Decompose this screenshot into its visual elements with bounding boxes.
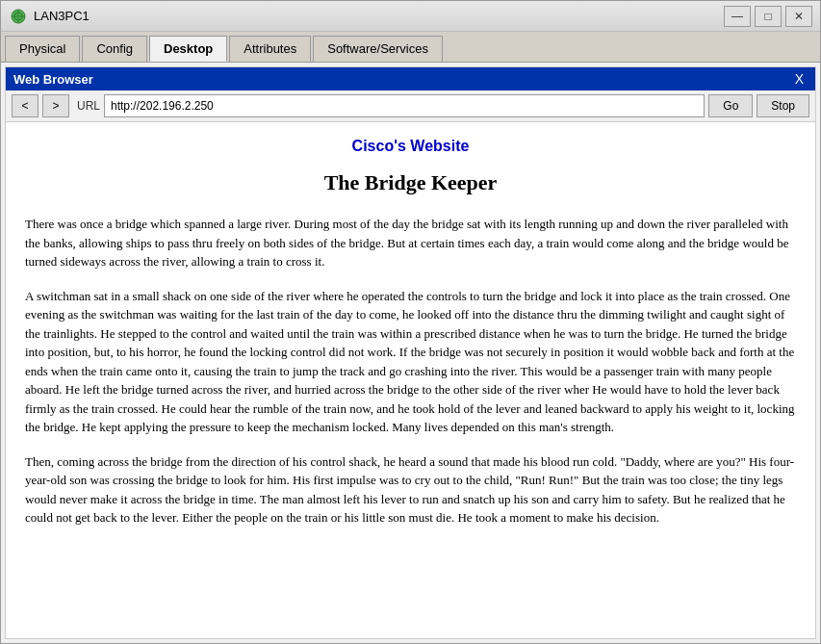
tab-software-services[interactable]: Software/Services bbox=[313, 36, 443, 62]
browser-close-button[interactable]: X bbox=[791, 71, 808, 87]
browser-content[interactable]: Cisco's Website The Bridge Keeper There … bbox=[6, 122, 815, 638]
minimize-button[interactable]: — bbox=[724, 6, 751, 27]
window-title: LAN3PC1 bbox=[34, 9, 724, 23]
paragraph-2: A switchman sat in a small shack on one … bbox=[25, 287, 796, 437]
forward-button[interactable]: > bbox=[42, 94, 69, 117]
url-label: URL bbox=[77, 99, 100, 113]
go-button[interactable]: Go bbox=[708, 94, 753, 117]
tabs-bar: Physical Config Desktop Attributes Softw… bbox=[1, 32, 820, 63]
window-icon bbox=[9, 7, 28, 26]
browser-toolbar: < > URL Go Stop bbox=[6, 90, 815, 122]
tab-attributes[interactable]: Attributes bbox=[229, 36, 311, 62]
browser-title-bar: Web Browser X bbox=[6, 67, 815, 90]
main-window: LAN3PC1 — □ ✕ Physical Config Desktop At… bbox=[0, 0, 821, 644]
page-heading: The Bridge Keeper bbox=[25, 170, 796, 195]
close-button[interactable]: ✕ bbox=[785, 6, 812, 27]
title-bar: LAN3PC1 — □ ✕ bbox=[1, 1, 820, 32]
tab-config[interactable]: Config bbox=[82, 36, 147, 62]
browser-container: Web Browser X < > URL Go Stop Cisco's We… bbox=[5, 66, 816, 639]
page-link[interactable]: Cisco's Website bbox=[25, 138, 796, 155]
paragraph-3: Then, coming across the bridge from the … bbox=[25, 452, 796, 528]
url-input[interactable] bbox=[104, 94, 705, 117]
tab-desktop[interactable]: Desktop bbox=[149, 36, 227, 62]
stop-button[interactable]: Stop bbox=[757, 94, 809, 117]
window-controls: — □ ✕ bbox=[724, 6, 812, 27]
restore-button[interactable]: □ bbox=[755, 6, 782, 27]
paragraph-1: There was once a bridge which spanned a … bbox=[25, 215, 796, 271]
browser-title: Web Browser bbox=[13, 72, 93, 87]
tab-physical[interactable]: Physical bbox=[5, 36, 80, 62]
back-button[interactable]: < bbox=[12, 94, 38, 117]
